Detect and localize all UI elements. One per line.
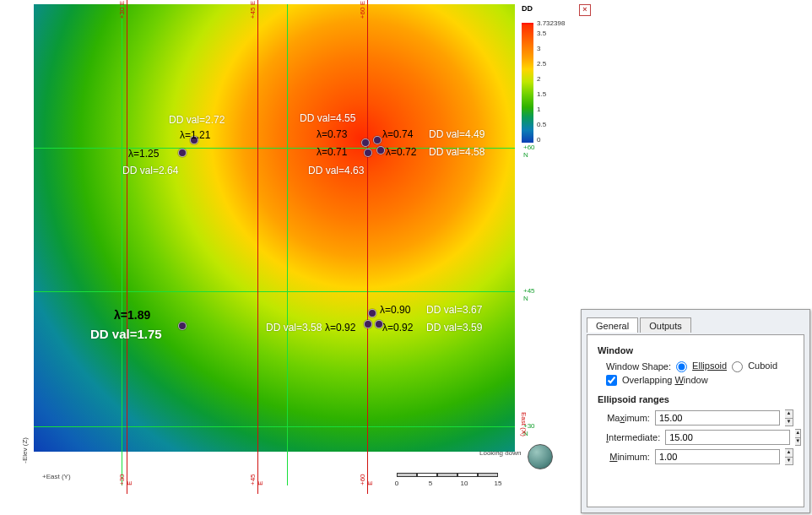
gridline-h-30n bbox=[34, 426, 515, 427]
minimum-spinner[interactable]: ▲▼ bbox=[785, 448, 793, 465]
legend-tick-05: 0.5 bbox=[537, 121, 546, 128]
looking-direction: Looking down bbox=[479, 449, 521, 457]
settings-dialog: General Outputs Window Window Shape: Ell… bbox=[581, 309, 810, 513]
spin-down-icon[interactable]: ▼ bbox=[785, 458, 793, 465]
legend-tick-0: 0 bbox=[537, 136, 540, 144]
window-section-label: Window bbox=[598, 345, 793, 355]
spin-down-icon[interactable]: ▼ bbox=[795, 438, 800, 446]
scale-tick-15: 15 bbox=[495, 480, 502, 487]
legend-close-button[interactable]: × bbox=[579, 4, 591, 16]
redline-60e bbox=[367, 0, 368, 494]
spin-down-icon[interactable]: ▼ bbox=[785, 419, 793, 426]
max-label: Maximum: bbox=[606, 413, 650, 423]
shape-cuboid-option[interactable]: Cuboid bbox=[732, 360, 777, 372]
legend-max: 3.732398 bbox=[537, 19, 565, 27]
legend-tick-2: 2 bbox=[537, 75, 540, 83]
legend-tick-1: 1 bbox=[537, 106, 540, 113]
redlabel-top-30e: +30 E bbox=[118, 1, 126, 19]
scale-seg-4 bbox=[478, 473, 498, 477]
intermediate-input[interactable] bbox=[665, 430, 790, 445]
point-p4[interactable] bbox=[373, 136, 382, 144]
legend-marker bbox=[522, 23, 533, 24]
minimum-input[interactable] bbox=[655, 449, 780, 464]
east-x-side-label: East (X) bbox=[520, 412, 528, 436]
gridline-v-1 bbox=[122, 4, 122, 485]
dialog-tabs: General Outputs bbox=[587, 317, 690, 335]
window-shape-label: Window Shape: bbox=[606, 361, 671, 371]
tab-general[interactable]: General bbox=[587, 317, 638, 333]
shape-ellipsoid-radio[interactable] bbox=[676, 361, 687, 372]
point-p8[interactable] bbox=[364, 320, 372, 328]
point-p3[interactable] bbox=[361, 138, 370, 147]
legend-title: DD bbox=[522, 4, 533, 13]
overlapping-checkbox[interactable] bbox=[606, 375, 617, 386]
point-p6[interactable] bbox=[376, 146, 385, 154]
scale-seg-1 bbox=[417, 473, 437, 477]
redlabel-top-45e: +45 E bbox=[249, 1, 257, 19]
point-p10[interactable] bbox=[375, 320, 383, 328]
minimum-label: Minimum: bbox=[606, 452, 650, 462]
intermediate-spinner[interactable]: ▲▼ bbox=[795, 429, 801, 446]
axis-x-label: +East (Y) bbox=[42, 473, 71, 480]
map-footer: -Elev (Z) +East (Y) Looking down East (X… bbox=[34, 463, 540, 488]
gridline-h-45n bbox=[34, 291, 515, 292]
overlapping-option[interactable]: Overlapping Window bbox=[606, 375, 708, 387]
legend-gradient bbox=[522, 16, 533, 143]
spin-up-icon[interactable]: ▲ bbox=[795, 430, 800, 438]
color-legend: DD × 3.732398 3.5 3 2.5 2 1.5 1 0.5 0 bbox=[522, 4, 591, 152]
point-p9[interactable] bbox=[368, 309, 376, 317]
point-p5[interactable] bbox=[364, 149, 372, 157]
legend-tick-3: 3 bbox=[537, 45, 540, 52]
ranges-section-label: Ellipsoid ranges bbox=[598, 394, 793, 404]
spin-up-icon[interactable]: ▲ bbox=[785, 449, 793, 458]
redline-30e bbox=[127, 0, 127, 494]
gridline-v-2 bbox=[287, 4, 288, 485]
point-p1[interactable] bbox=[178, 149, 187, 157]
scale-bar: 0 5 10 15 bbox=[397, 469, 515, 480]
gridline-h-60n bbox=[34, 148, 515, 149]
maximum-input[interactable] bbox=[655, 410, 780, 426]
shape-cuboid-radio[interactable] bbox=[732, 361, 743, 372]
scale-tick-0: 0 bbox=[395, 480, 398, 487]
legend-tick-25: 2.5 bbox=[537, 60, 546, 68]
redline-45e bbox=[257, 0, 258, 494]
tab-body-general: Window Window Shape: Ellipsoid Cuboid Ov… bbox=[587, 334, 804, 507]
intermediate-label: Intermediate: bbox=[606, 432, 660, 442]
shape-ellipsoid-option[interactable]: Ellipsoid bbox=[676, 360, 727, 372]
redlabel-top-60e: +60 E bbox=[359, 1, 366, 19]
heatmap-surface bbox=[34, 4, 515, 452]
tab-outputs[interactable]: Outputs bbox=[640, 317, 691, 333]
scale-seg-0 bbox=[397, 473, 417, 477]
point-p2[interactable] bbox=[190, 136, 198, 144]
grid-label-45n: +45 N bbox=[523, 287, 535, 302]
scale-seg-3 bbox=[457, 473, 478, 477]
scale-seg-2 bbox=[437, 473, 457, 477]
heatmap-viewport[interactable]: +60 N +45 N +30 N +30 E +45 E +60 E +30 … bbox=[34, 4, 515, 485]
legend-tick-15: 1.5 bbox=[537, 90, 546, 98]
legend-tick-35: 3.5 bbox=[537, 30, 546, 37]
point-p7[interactable] bbox=[178, 322, 187, 330]
axis-z-label: -Elev (Z) bbox=[21, 437, 29, 464]
scale-tick-5: 5 bbox=[429, 480, 432, 487]
scale-tick-10: 10 bbox=[461, 480, 468, 487]
maximum-spinner[interactable]: ▲▼ bbox=[785, 409, 793, 426]
spin-up-icon[interactable]: ▲ bbox=[785, 410, 793, 419]
compass-icon bbox=[528, 444, 553, 469]
